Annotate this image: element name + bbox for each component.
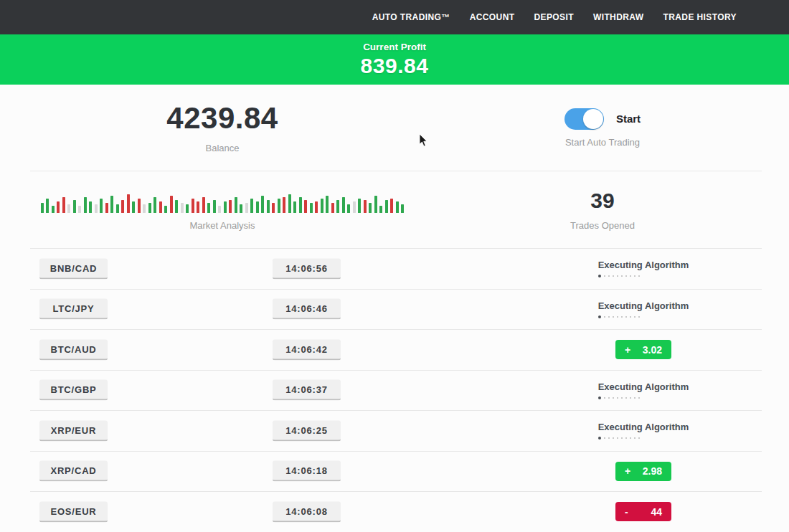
top-navbar: AUTO TRADING™ ACCOUNT DEPOSIT WITHDRAW T… <box>0 0 789 34</box>
nav-item[interactable]: WITHDRAW <box>593 12 644 22</box>
result-amount: 44 <box>651 506 662 518</box>
market-bar <box>175 200 178 213</box>
market-bar <box>132 201 135 213</box>
trade-time-chip: 14:06:37 <box>273 380 341 401</box>
market-analysis-label: Market Analysis <box>189 220 255 231</box>
market-bar <box>396 201 399 213</box>
trade-pair-chip: BNB/CAD <box>39 258 108 279</box>
market-bar <box>358 199 361 213</box>
trade-time-chip: 14:06:18 <box>273 461 341 482</box>
balance-label: Balance <box>206 143 240 153</box>
trade-time-chip: 14:06:42 <box>273 339 341 360</box>
nav-item[interactable]: ACCOUNT <box>470 12 515 22</box>
trade-pair-chip: XRP/CAD <box>39 461 108 482</box>
market-bar <box>181 203 184 213</box>
market-bar <box>170 196 173 213</box>
start-auto-trading-label: Start Auto Trading <box>565 137 640 148</box>
trade-time-chip: 14:06:25 <box>273 420 341 441</box>
market-bar <box>153 197 156 213</box>
market-bar <box>110 196 113 213</box>
market-bar <box>164 206 167 213</box>
market-bar <box>229 200 232 213</box>
result-amount: 3.02 <box>643 344 662 356</box>
executing-algorithm-label: Executing Algorithm <box>598 300 689 311</box>
market-bar <box>186 204 189 213</box>
trade-row: XRP/CAD 14:06:18 + 2.98 <box>30 452 762 493</box>
trade-result-badge: + 3.02 <box>615 340 671 359</box>
trade-pair-chip: BTC/AUD <box>39 339 108 360</box>
market-bar <box>73 200 76 213</box>
market-bar <box>116 204 119 213</box>
market-bar <box>374 196 377 213</box>
auto-trading-toggle[interactable] <box>564 108 604 130</box>
trade-status-executing: Executing Algorithm <box>598 300 689 318</box>
market-bar <box>342 197 345 213</box>
trade-row: EOS/EUR 14:06:08 - 44 <box>30 492 762 532</box>
market-bar <box>369 203 372 213</box>
market-bar <box>315 201 318 213</box>
progress-dots <box>598 437 689 440</box>
market-bar <box>321 199 323 213</box>
trade-status-cell: - 44 <box>579 492 708 532</box>
market-bar <box>256 201 259 213</box>
trades-opened-value: 39 <box>590 189 614 213</box>
market-bar <box>235 197 237 213</box>
auto-trading-block: Start Start Auto Trading <box>445 85 760 171</box>
market-bar <box>278 199 280 213</box>
trade-pair-chip: LTC/JPY <box>39 299 108 320</box>
market-bar <box>213 200 216 213</box>
trade-time-chip: 14:06:56 <box>273 258 341 279</box>
market-bar <box>336 200 339 213</box>
market-analysis-section: Market Analysis 39 Trades Opened <box>0 171 789 248</box>
market-bar <box>89 201 92 213</box>
trade-row: BNB/CAD 14:06:56 Executing Algorithm <box>30 249 762 290</box>
market-bar <box>390 199 393 213</box>
trades-opened-label: Trades Opened <box>570 220 635 231</box>
nav-item[interactable]: DEPOSIT <box>534 12 573 22</box>
market-bar <box>67 204 70 213</box>
trade-status-executing: Executing Algorithm <box>598 422 689 440</box>
market-bar <box>121 200 124 213</box>
market-bar <box>224 201 227 213</box>
trade-pair-chip: BTC/GBP <box>39 380 108 401</box>
market-bar <box>364 200 367 213</box>
market-bar <box>245 203 248 213</box>
market-bar <box>207 203 210 213</box>
nav-item[interactable]: TRADE HISTORY <box>663 12 737 22</box>
market-bar <box>127 194 130 213</box>
market-bar <box>331 203 334 213</box>
market-bar <box>192 199 194 213</box>
market-bar <box>401 204 404 213</box>
market-bar <box>105 203 108 213</box>
trade-status-cell: Executing Algorithm <box>579 411 708 451</box>
balance-value: 4239.84 <box>166 102 278 135</box>
trades-opened-block: 39 Trades Opened <box>445 171 760 248</box>
trade-row: XRP/EUR 14:06:25 Executing Algorithm <box>30 411 762 452</box>
result-sign: - <box>625 506 628 518</box>
market-bar <box>202 197 205 213</box>
market-analysis-block: Market Analysis <box>0 171 445 248</box>
progress-dots <box>598 275 689 277</box>
market-bar <box>347 204 350 213</box>
trade-status-executing: Executing Algorithm <box>598 381 689 399</box>
market-bar <box>283 197 285 213</box>
market-bar <box>159 201 162 213</box>
progress-dots <box>598 396 689 399</box>
market-bar <box>272 203 275 213</box>
market-bar <box>100 199 103 213</box>
market-bar <box>148 203 151 213</box>
trade-status-cell: + 2.98 <box>579 452 708 492</box>
current-profit-banner: Current Profit 839.84 <box>0 34 789 85</box>
nav-item[interactable]: AUTO TRADING™ <box>372 12 450 22</box>
trade-row: BTC/GBP 14:06:37 Executing Algorithm <box>30 371 762 412</box>
trade-result-badge: - 44 <box>615 502 671 521</box>
market-bar <box>310 203 313 213</box>
market-bar <box>379 206 382 213</box>
trade-status-cell: + 3.02 <box>579 330 708 370</box>
market-bar <box>250 199 253 213</box>
trade-status-executing: Executing Algorithm <box>598 260 689 277</box>
trade-row: BTC/AUD 14:06:42 + 3.02 <box>30 330 762 371</box>
market-bar <box>78 206 81 213</box>
result-sign: + <box>625 344 630 356</box>
current-profit-label: Current Profit <box>363 42 426 52</box>
